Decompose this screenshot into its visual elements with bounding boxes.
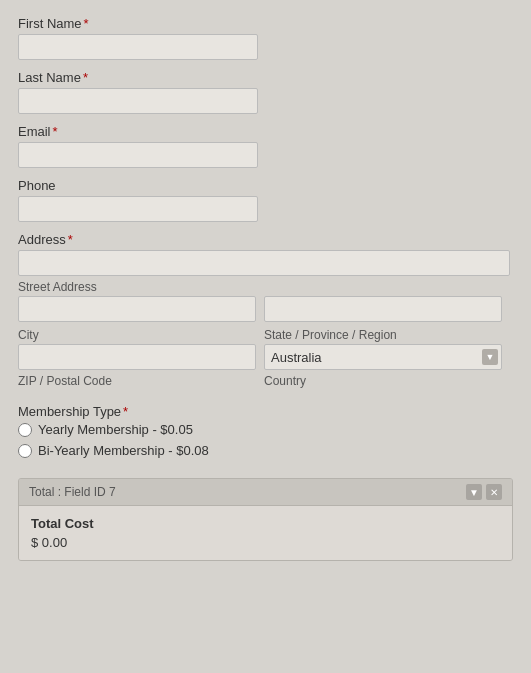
address-label-text: Address bbox=[18, 232, 66, 247]
email-required: * bbox=[53, 124, 58, 139]
first-name-group: First Name* bbox=[18, 16, 513, 60]
city-input[interactable] bbox=[18, 344, 256, 370]
address-required: * bbox=[68, 232, 73, 247]
country-label: Country bbox=[264, 374, 502, 388]
first-name-label-text: First Name bbox=[18, 16, 82, 31]
address-line2-input[interactable] bbox=[264, 296, 502, 322]
last-name-required: * bbox=[83, 70, 88, 85]
total-panel-body: Total Cost $ 0.00 bbox=[19, 506, 512, 560]
total-panel: Total : Field ID 7 ▼ ✕ Total Cost $ 0.00 bbox=[18, 478, 513, 561]
biyearly-label: Bi-Yearly Membership - $0.08 bbox=[38, 443, 209, 458]
address-group: Address* Street Address x City ZIP / Pos… bbox=[18, 232, 513, 390]
address-label: Address* bbox=[18, 232, 513, 247]
membership-option-biyearly: Bi-Yearly Membership - $0.08 bbox=[18, 443, 513, 458]
email-input[interactable] bbox=[18, 142, 258, 168]
phone-group: Phone bbox=[18, 178, 513, 222]
membership-required: * bbox=[123, 404, 128, 419]
biyearly-radio[interactable] bbox=[18, 444, 32, 458]
membership-option-yearly: Yearly Membership - $0.05 bbox=[18, 422, 513, 437]
last-name-group: Last Name* bbox=[18, 70, 513, 114]
total-panel-title: Total : Field ID 7 bbox=[29, 485, 116, 499]
state-select-wrapper: Australia New South Wales Victoria Queen… bbox=[264, 344, 502, 370]
zip-label: ZIP / Postal Code bbox=[18, 374, 256, 388]
street-address-line2-input[interactable] bbox=[18, 296, 256, 322]
total-cost-label: Total Cost bbox=[31, 516, 500, 531]
phone-label: Phone bbox=[18, 178, 513, 193]
email-label: Email* bbox=[18, 124, 513, 139]
first-name-required: * bbox=[84, 16, 89, 31]
form-container: First Name* Last Name* Email* Phone Addr… bbox=[0, 0, 531, 571]
street-address-input[interactable] bbox=[18, 250, 510, 276]
last-name-input[interactable] bbox=[18, 88, 258, 114]
membership-group: Membership Type* Yearly Membership - $0.… bbox=[18, 404, 513, 458]
phone-label-text: Phone bbox=[18, 178, 56, 193]
yearly-label: Yearly Membership - $0.05 bbox=[38, 422, 193, 437]
city-label: City bbox=[18, 328, 256, 342]
state-label: State / Province / Region bbox=[264, 328, 502, 342]
street-sublabel: Street Address bbox=[18, 280, 256, 294]
total-panel-header: Total : Field ID 7 ▼ ✕ bbox=[19, 479, 512, 506]
last-name-label-text: Last Name bbox=[18, 70, 81, 85]
email-group: Email* bbox=[18, 124, 513, 168]
last-name-label: Last Name* bbox=[18, 70, 513, 85]
state-select[interactable]: Australia New South Wales Victoria Queen… bbox=[264, 344, 502, 370]
collapse-icon[interactable]: ▼ bbox=[466, 484, 482, 500]
yearly-radio[interactable] bbox=[18, 423, 32, 437]
total-cost-value: $ 0.00 bbox=[31, 535, 500, 550]
first-name-label: First Name* bbox=[18, 16, 513, 31]
total-panel-icons: ▼ ✕ bbox=[466, 484, 502, 500]
close-icon[interactable]: ✕ bbox=[486, 484, 502, 500]
email-label-text: Email bbox=[18, 124, 51, 139]
first-name-input[interactable] bbox=[18, 34, 258, 60]
phone-input[interactable] bbox=[18, 196, 258, 222]
membership-label-text: Membership Type bbox=[18, 404, 121, 419]
membership-label: Membership Type* bbox=[18, 404, 513, 419]
